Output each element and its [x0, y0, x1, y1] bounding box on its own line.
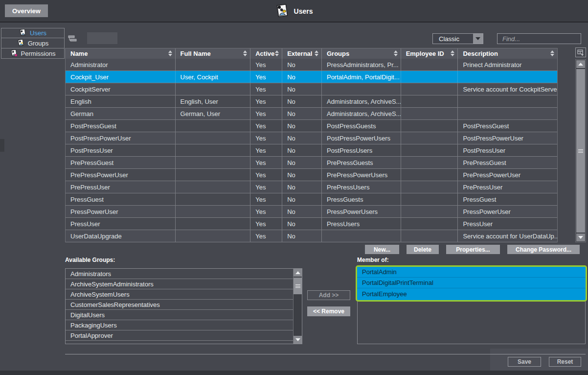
list-item[interactable]: ArchiveSystemAdministrators	[66, 279, 294, 289]
sort-icon[interactable]	[315, 50, 318, 56]
cell-employee_id	[401, 95, 458, 107]
cell-full_name	[176, 157, 251, 168]
scroll-down-button[interactable]	[294, 336, 302, 344]
change-password-button[interactable]: Change Password...	[507, 245, 580, 254]
sidebar-item-users[interactable]: Users	[1, 28, 65, 38]
sort-icon[interactable]	[451, 50, 454, 56]
save-button[interactable]: Save	[508, 357, 541, 367]
scroll-down-button[interactable]	[576, 234, 585, 241]
list-item[interactable]: Administrators	[66, 269, 294, 279]
cell-full_name: User, Cockpit	[176, 71, 251, 83]
column-header[interactable]: Groups	[322, 48, 401, 59]
column-header-label: External	[287, 50, 312, 57]
overview-button[interactable]: Overview	[5, 4, 48, 17]
properties-button[interactable]: Properties...	[446, 245, 500, 254]
table-body: AdministratorYesNoPressAdministrators, P…	[65, 59, 558, 242]
sidebar-item-groups[interactable]: Groups	[1, 38, 65, 48]
column-header[interactable]: Employee ID	[401, 48, 458, 59]
table-row[interactable]: PressGuestYesNoPressGuestsPressGuest	[66, 193, 557, 206]
scroll-up-button[interactable]	[294, 269, 302, 277]
sort-icon[interactable]	[243, 50, 247, 56]
table-row[interactable]: CockpitServerYesNoService account for Co…	[66, 83, 557, 95]
cell-employee_id	[401, 218, 458, 230]
cell-employee_id	[401, 193, 458, 205]
table-row[interactable]: PrePressGuestYesNoPrePressGuestsPrePress…	[66, 157, 557, 169]
column-config-button[interactable]	[575, 47, 586, 57]
groups-list-scrollbar[interactable]	[293, 269, 302, 344]
sort-icon[interactable]	[550, 50, 554, 56]
column-header[interactable]: Full Name	[176, 48, 251, 59]
new-button[interactable]: New...	[365, 245, 399, 254]
cell-name: UserDataUpgrade	[66, 230, 176, 242]
column-header[interactable]: Active	[250, 48, 282, 59]
filter-field[interactable]	[87, 32, 117, 44]
sort-icon[interactable]	[168, 50, 172, 56]
search-input[interactable]	[498, 35, 588, 43]
cell-description: PrePressGuest	[458, 157, 557, 168]
cell-employee_id	[401, 59, 458, 70]
list-item[interactable]: ArchiveSystemUsers	[66, 289, 294, 300]
scrollbar-thumb[interactable]	[294, 278, 302, 294]
cell-external: No	[282, 206, 322, 217]
cell-full_name	[176, 206, 251, 217]
cell-groups: Administrators, ArchiveS...	[322, 108, 401, 119]
cell-name: PressGuest	[66, 193, 176, 205]
cell-active: Yes	[250, 181, 282, 193]
view-select[interactable]: Classic	[432, 33, 483, 44]
scroll-up-button[interactable]	[576, 60, 585, 68]
chevron-down-icon[interactable]	[473, 34, 483, 44]
cell-description: PressGuest	[458, 193, 557, 205]
cell-external: No	[282, 108, 322, 119]
column-header[interactable]: Name	[66, 48, 176, 59]
table-row[interactable]: PressPowerUserYesNoPressPowerUsersPressP…	[66, 206, 557, 218]
table-row[interactable]: AdministratorYesNoPressAdministrators, P…	[66, 59, 557, 71]
column-header[interactable]: Description	[458, 48, 557, 59]
cell-description: Prinect Administrator	[458, 59, 557, 70]
cell-external: No	[282, 59, 322, 70]
table-row[interactable]: Cockpit_UserUser, CockpitYesNoPortalAdmi…	[66, 71, 557, 83]
cell-active: Yes	[250, 95, 282, 107]
sort-icon[interactable]	[394, 50, 398, 56]
list-item[interactable]: PackagingUsers	[66, 320, 294, 330]
table-row[interactable]: UserDataUpgradeYesNoService account for …	[66, 230, 557, 242]
member-item[interactable]: PortalEmployee	[357, 288, 586, 299]
table-row[interactable]: PostPressUserYesNoPostPressUsersPostPres…	[66, 144, 557, 157]
member-item[interactable]: PortalAdmin	[357, 267, 586, 278]
sort-icon[interactable]	[275, 50, 279, 56]
cell-external: No	[282, 71, 322, 83]
cell-active: Yes	[250, 218, 282, 230]
cell-employee_id	[401, 83, 458, 95]
cell-full_name	[176, 132, 251, 144]
cell-description: Service account for CockpitServer	[458, 83, 557, 95]
table-row[interactable]: PostPressPowerUserYesNoPostPressPowerUse…	[66, 132, 557, 144]
table-row[interactable]: PostPressGuestYesNoPostPressGuestsPostPr…	[66, 120, 557, 132]
cell-name: PressUser	[66, 218, 176, 230]
table-row[interactable]: PrePressUserYesNoPrePressUsersPrePressUs…	[66, 181, 557, 193]
reset-button[interactable]: Reset	[549, 357, 581, 367]
add-button[interactable]: Add >>	[307, 290, 350, 300]
table-scrollbar[interactable]	[575, 59, 586, 242]
splitter-handle[interactable]	[0, 139, 4, 152]
cell-full_name: German, User	[176, 108, 251, 119]
table-row[interactable]: PressUserYesNoPressUsersPressUser	[66, 218, 557, 230]
list-item[interactable]: CustomerSalesRepresentatives	[66, 300, 294, 310]
cell-active: Yes	[250, 206, 282, 217]
cell-full_name	[176, 120, 251, 132]
column-header[interactable]: External	[282, 48, 322, 59]
thumb-grip	[578, 149, 583, 153]
list-item[interactable]: DigitalUsers	[66, 310, 294, 320]
cell-employee_id	[401, 120, 458, 132]
sidebar-item-permissions[interactable]: Permissions	[1, 48, 65, 59]
list-item[interactable]: PortalApprover	[66, 330, 294, 341]
member-of-selection-highlight: PortalAdminPortalDigitalPrintTerminalPor…	[356, 265, 587, 302]
scrollbar-thumb[interactable]	[576, 69, 585, 233]
remove-button[interactable]: << Remove	[307, 306, 350, 316]
cell-active: Yes	[250, 230, 282, 242]
table-row[interactable]: EnglishEnglish, UserYesNoAdministrators,…	[66, 95, 557, 108]
table-row[interactable]: PrePressPowerUserYesNoPrePressPowerUsers…	[66, 169, 557, 181]
member-item[interactable]: PortalDigitalPrintTerminal	[357, 278, 586, 288]
cell-description	[458, 71, 557, 83]
delete-button[interactable]: Delete	[407, 245, 439, 254]
table-row[interactable]: GermanGerman, UserYesNoAdministrators, A…	[66, 108, 557, 120]
thumb-grip	[295, 284, 300, 288]
